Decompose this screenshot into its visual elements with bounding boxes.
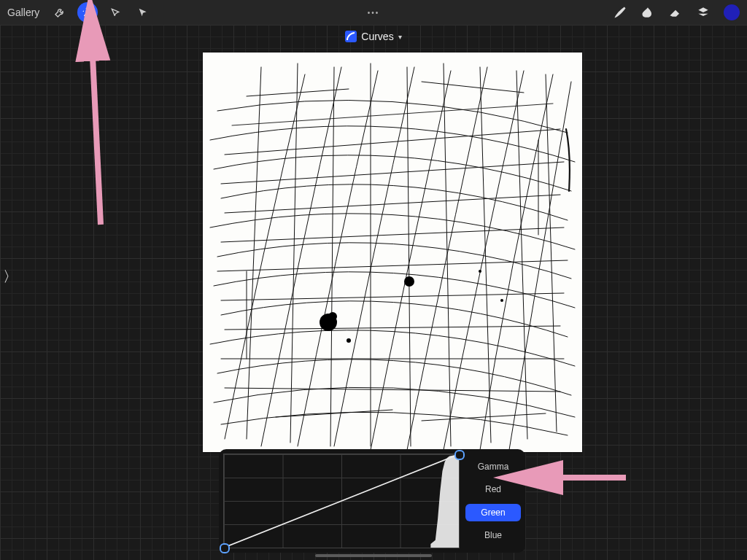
color-picker-button[interactable] xyxy=(724,4,740,20)
smudge-icon[interactable] xyxy=(640,5,655,20)
channel-green[interactable]: Green xyxy=(465,504,521,521)
top-toolbar: Gallery ••• xyxy=(0,0,747,25)
svg-point-4 xyxy=(500,299,503,302)
curve-point-highlight[interactable] xyxy=(454,450,465,460)
eraser-icon[interactable] xyxy=(668,5,683,20)
chevron-down-icon: ▾ xyxy=(398,33,402,41)
sidebar-expand-handle[interactable]: 〉 xyxy=(3,267,18,287)
svg-point-5 xyxy=(347,338,351,343)
curves-panel: Gamma Red Green Blue xyxy=(219,449,525,553)
curve-point-shadow[interactable] xyxy=(220,543,230,553)
channel-list: Gamma Red Green Blue xyxy=(465,454,521,548)
svg-line-6 xyxy=(224,454,459,548)
adjustment-title-label: Curves xyxy=(361,31,393,42)
wrench-icon[interactable] xyxy=(50,2,70,23)
svg-point-1 xyxy=(328,312,337,321)
brush-icon[interactable] xyxy=(613,5,627,20)
channel-gamma[interactable]: Gamma xyxy=(465,458,521,475)
svg-point-3 xyxy=(479,270,481,273)
canvas[interactable] xyxy=(203,52,582,452)
menu-dots-icon[interactable]: ••• xyxy=(368,9,380,17)
selection-icon[interactable] xyxy=(105,2,125,23)
home-indicator xyxy=(315,554,432,557)
channel-red[interactable]: Red xyxy=(465,481,521,498)
layers-icon[interactable] xyxy=(696,5,711,20)
top-right-tools xyxy=(613,0,740,25)
cursor-icon[interactable] xyxy=(133,2,153,23)
gallery-button[interactable]: Gallery xyxy=(7,7,39,18)
adjustment-title[interactable]: Curves ▾ xyxy=(0,31,747,42)
curves-graph[interactable] xyxy=(223,454,460,548)
svg-point-2 xyxy=(404,276,414,287)
curves-icon xyxy=(345,31,357,42)
wand-icon[interactable] xyxy=(77,2,98,23)
channel-blue[interactable]: Blue xyxy=(465,526,521,544)
